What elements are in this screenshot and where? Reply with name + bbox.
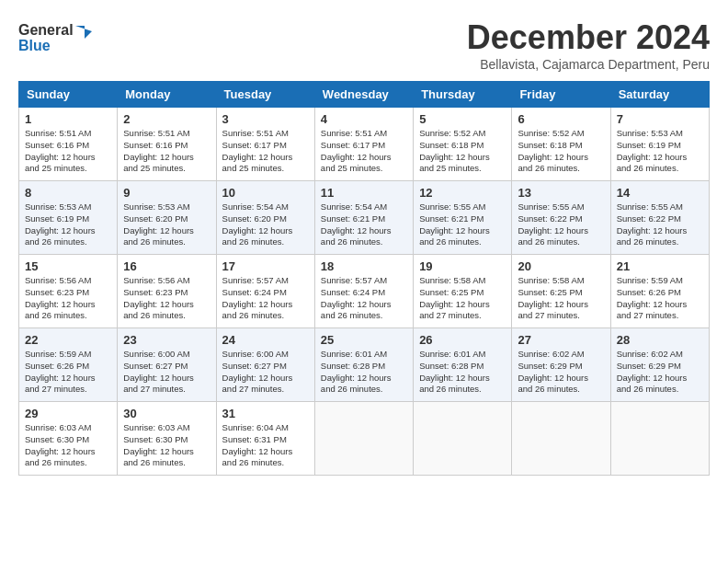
day-number: 13 <box>518 186 604 200</box>
calendar-cell: 8Sunrise: 5:53 AM Sunset: 6:19 PM Daylig… <box>19 181 118 255</box>
day-number: 26 <box>419 333 506 347</box>
calendar-cell <box>414 402 512 476</box>
column-header-tuesday: Tuesday <box>216 82 314 108</box>
calendar-cell: 3Sunrise: 5:51 AM Sunset: 6:17 PM Daylig… <box>216 108 314 181</box>
calendar-cell: 26Sunrise: 6:01 AM Sunset: 6:28 PM Dayli… <box>414 328 512 402</box>
day-number: 23 <box>123 333 210 347</box>
day-info: Sunrise: 5:53 AM Sunset: 6:19 PM Dayligh… <box>617 128 703 175</box>
day-number: 17 <box>222 259 309 273</box>
day-info: Sunrise: 5:54 AM Sunset: 6:21 PM Dayligh… <box>321 201 407 248</box>
calendar-cell: 29Sunrise: 6:03 AM Sunset: 6:30 PM Dayli… <box>19 402 118 476</box>
calendar-cell: 16Sunrise: 5:56 AM Sunset: 6:23 PM Dayli… <box>118 255 216 328</box>
day-number: 10 <box>222 186 309 200</box>
day-info: Sunrise: 6:03 AM Sunset: 6:30 PM Dayligh… <box>25 422 111 469</box>
calendar-cell: 11Sunrise: 5:54 AM Sunset: 6:21 PM Dayli… <box>314 181 413 255</box>
day-info: Sunrise: 5:57 AM Sunset: 6:24 PM Dayligh… <box>321 275 407 322</box>
day-number: 7 <box>617 112 703 126</box>
page-header: General Blue December 2024 Bellavista, C… <box>18 18 710 72</box>
day-number: 28 <box>617 333 703 347</box>
day-number: 22 <box>25 333 111 347</box>
day-info: Sunrise: 5:56 AM Sunset: 6:23 PM Dayligh… <box>25 275 111 322</box>
day-info: Sunrise: 5:59 AM Sunset: 6:26 PM Dayligh… <box>25 349 111 396</box>
column-header-saturday: Saturday <box>610 82 709 108</box>
day-info: Sunrise: 5:57 AM Sunset: 6:24 PM Dayligh… <box>222 275 309 322</box>
calendar-week-row: 8Sunrise: 5:53 AM Sunset: 6:19 PM Daylig… <box>19 181 710 255</box>
day-info: Sunrise: 6:01 AM Sunset: 6:28 PM Dayligh… <box>419 349 506 396</box>
calendar-cell <box>610 402 709 476</box>
day-number: 25 <box>321 333 407 347</box>
day-number: 24 <box>222 333 309 347</box>
calendar-cell: 27Sunrise: 6:02 AM Sunset: 6:29 PM Dayli… <box>512 328 610 402</box>
calendar-week-row: 29Sunrise: 6:03 AM Sunset: 6:30 PM Dayli… <box>19 402 710 476</box>
calendar-week-row: 1Sunrise: 5:51 AM Sunset: 6:16 PM Daylig… <box>19 108 710 181</box>
calendar-cell: 12Sunrise: 5:55 AM Sunset: 6:21 PM Dayli… <box>414 181 512 255</box>
svg-text:Blue: Blue <box>18 38 51 53</box>
day-info: Sunrise: 5:51 AM Sunset: 6:17 PM Dayligh… <box>321 128 407 175</box>
calendar-cell: 1Sunrise: 5:51 AM Sunset: 6:16 PM Daylig… <box>19 108 118 181</box>
column-header-wednesday: Wednesday <box>314 82 413 108</box>
calendar-table: SundayMondayTuesdayWednesdayThursdayFrid… <box>18 81 710 476</box>
day-info: Sunrise: 5:55 AM Sunset: 6:22 PM Dayligh… <box>617 201 703 248</box>
day-number: 29 <box>25 407 111 420</box>
location: Bellavista, Cajamarca Department, Peru <box>467 57 710 72</box>
calendar-cell: 23Sunrise: 6:00 AM Sunset: 6:27 PM Dayli… <box>118 328 216 402</box>
column-header-thursday: Thursday <box>414 82 512 108</box>
calendar-week-row: 22Sunrise: 5:59 AM Sunset: 6:26 PM Dayli… <box>19 328 710 402</box>
calendar-cell: 28Sunrise: 6:02 AM Sunset: 6:29 PM Dayli… <box>610 328 709 402</box>
column-header-friday: Friday <box>512 82 610 108</box>
calendar-cell: 31Sunrise: 6:04 AM Sunset: 6:31 PM Dayli… <box>216 402 314 476</box>
calendar-cell: 14Sunrise: 5:55 AM Sunset: 6:22 PM Dayli… <box>610 181 709 255</box>
day-info: Sunrise: 6:03 AM Sunset: 6:30 PM Dayligh… <box>123 422 210 469</box>
calendar-cell: 15Sunrise: 5:56 AM Sunset: 6:23 PM Dayli… <box>19 255 118 328</box>
logo: General Blue <box>18 18 92 55</box>
day-number: 8 <box>25 186 111 200</box>
calendar-cell: 5Sunrise: 5:52 AM Sunset: 6:18 PM Daylig… <box>414 108 512 181</box>
day-number: 1 <box>25 112 111 126</box>
day-info: Sunrise: 6:01 AM Sunset: 6:28 PM Dayligh… <box>321 349 407 396</box>
day-info: Sunrise: 5:55 AM Sunset: 6:21 PM Dayligh… <box>419 201 506 248</box>
day-info: Sunrise: 5:54 AM Sunset: 6:20 PM Dayligh… <box>222 201 309 248</box>
day-number: 3 <box>222 112 309 126</box>
day-number: 12 <box>419 186 506 200</box>
calendar-cell: 9Sunrise: 5:53 AM Sunset: 6:20 PM Daylig… <box>118 181 216 255</box>
day-number: 30 <box>123 407 210 420</box>
day-info: Sunrise: 6:04 AM Sunset: 6:31 PM Dayligh… <box>222 422 309 469</box>
calendar-cell: 30Sunrise: 6:03 AM Sunset: 6:30 PM Dayli… <box>118 402 216 476</box>
calendar-cell: 18Sunrise: 5:57 AM Sunset: 6:24 PM Dayli… <box>314 255 413 328</box>
calendar-cell: 25Sunrise: 6:01 AM Sunset: 6:28 PM Dayli… <box>314 328 413 402</box>
month-title: December 2024 <box>467 18 710 57</box>
day-info: Sunrise: 6:02 AM Sunset: 6:29 PM Dayligh… <box>617 349 703 396</box>
column-header-monday: Monday <box>118 82 216 108</box>
day-number: 21 <box>617 259 703 273</box>
day-number: 18 <box>321 259 407 273</box>
svg-marker-2 <box>75 26 92 39</box>
calendar-cell <box>314 402 413 476</box>
calendar-cell: 21Sunrise: 5:59 AM Sunset: 6:26 PM Dayli… <box>610 255 709 328</box>
day-info: Sunrise: 6:02 AM Sunset: 6:29 PM Dayligh… <box>518 349 604 396</box>
day-number: 15 <box>25 259 111 273</box>
calendar-cell: 13Sunrise: 5:55 AM Sunset: 6:22 PM Dayli… <box>512 181 610 255</box>
column-header-sunday: Sunday <box>19 82 118 108</box>
day-info: Sunrise: 5:51 AM Sunset: 6:17 PM Dayligh… <box>222 128 309 175</box>
calendar-cell: 2Sunrise: 5:51 AM Sunset: 6:16 PM Daylig… <box>118 108 216 181</box>
day-info: Sunrise: 5:56 AM Sunset: 6:23 PM Dayligh… <box>123 275 210 322</box>
calendar-cell: 19Sunrise: 5:58 AM Sunset: 6:25 PM Dayli… <box>414 255 512 328</box>
day-info: Sunrise: 5:52 AM Sunset: 6:18 PM Dayligh… <box>419 128 506 175</box>
day-number: 20 <box>518 259 604 273</box>
day-number: 31 <box>222 407 309 420</box>
day-info: Sunrise: 5:58 AM Sunset: 6:25 PM Dayligh… <box>518 275 604 322</box>
svg-text:General: General <box>18 22 74 38</box>
day-number: 6 <box>518 112 604 126</box>
day-number: 14 <box>617 186 703 200</box>
calendar-cell: 10Sunrise: 5:54 AM Sunset: 6:20 PM Dayli… <box>216 181 314 255</box>
calendar-cell: 22Sunrise: 5:59 AM Sunset: 6:26 PM Dayli… <box>19 328 118 402</box>
day-number: 19 <box>419 259 506 273</box>
day-info: Sunrise: 6:00 AM Sunset: 6:27 PM Dayligh… <box>123 349 210 396</box>
day-info: Sunrise: 5:53 AM Sunset: 6:19 PM Dayligh… <box>25 201 111 248</box>
day-info: Sunrise: 5:53 AM Sunset: 6:20 PM Dayligh… <box>123 201 210 248</box>
day-number: 27 <box>518 333 604 347</box>
day-info: Sunrise: 5:51 AM Sunset: 6:16 PM Dayligh… <box>25 128 111 175</box>
day-info: Sunrise: 6:00 AM Sunset: 6:27 PM Dayligh… <box>222 349 309 396</box>
calendar-cell: 24Sunrise: 6:00 AM Sunset: 6:27 PM Dayli… <box>216 328 314 402</box>
calendar-cell: 4Sunrise: 5:51 AM Sunset: 6:17 PM Daylig… <box>314 108 413 181</box>
